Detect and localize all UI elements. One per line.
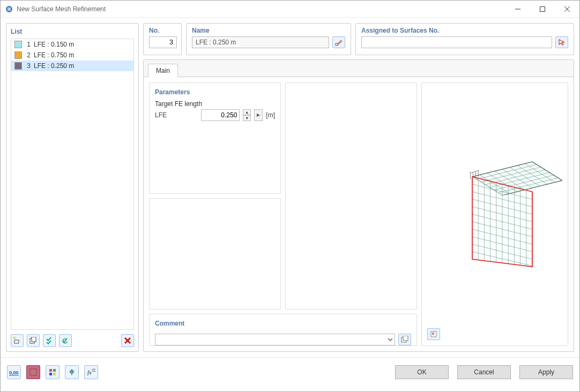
color-settings-button[interactable] xyxy=(46,365,60,379)
svg-rect-64 xyxy=(53,373,56,375)
mesh-preview-icon xyxy=(427,88,562,340)
refresh-check-button[interactable] xyxy=(59,334,72,347)
svg-rect-62 xyxy=(53,369,56,372)
number-input[interactable] xyxy=(149,36,177,48)
assigned-input[interactable] xyxy=(361,36,552,48)
parameters-title: Parameters xyxy=(155,88,275,96)
list-item[interactable]: 3 LFE : 0.250 m xyxy=(11,61,133,71)
svg-text:0,00: 0,00 xyxy=(9,370,19,375)
preview-panel xyxy=(421,82,568,346)
svg-rect-60 xyxy=(30,369,36,375)
step-down-icon[interactable]: ▼ xyxy=(243,115,251,121)
check-button[interactable] xyxy=(43,334,56,347)
svg-rect-10 xyxy=(336,43,338,46)
lfe-stepper[interactable]: ▲▼ xyxy=(243,109,251,121)
svg-rect-55 xyxy=(432,333,434,335)
step-up-icon[interactable]: ▲ xyxy=(243,109,251,115)
svg-rect-61 xyxy=(49,369,52,372)
list-item[interactable]: 2 LFE : 0.750 m xyxy=(11,50,133,61)
name-group: Name xyxy=(186,23,351,55)
window-controls xyxy=(505,1,579,18)
tab-bar: Main xyxy=(144,60,574,77)
preview-options-button[interactable] xyxy=(427,328,440,340)
delete-button[interactable] xyxy=(121,334,134,347)
color-swatch xyxy=(14,51,22,59)
app-icon xyxy=(5,5,13,13)
tab-main[interactable]: Main xyxy=(148,64,178,77)
svg-line-32 xyxy=(469,170,479,173)
parameters-panel: Parameters Target FE length LFE ▲▼ [m] xyxy=(149,82,281,194)
minimize-button[interactable] xyxy=(505,1,530,18)
list-title: List xyxy=(11,28,134,35)
chevron-down-icon xyxy=(388,337,392,342)
comment-library-button[interactable] xyxy=(398,334,411,345)
main-container: Main Parameters Target FE length LFE ▲▼ … xyxy=(143,59,574,352)
formula-button[interactable]: fx xyxy=(84,365,98,379)
apply-button[interactable]: Apply xyxy=(519,365,573,379)
assigned-label: Assigned to Surfaces No. xyxy=(361,27,568,34)
units-button[interactable]: 0,00 xyxy=(7,365,21,379)
name-label: Name xyxy=(192,27,345,34)
lfe-label: LFE xyxy=(155,111,167,119)
copy-button[interactable] xyxy=(27,334,40,347)
material-button[interactable] xyxy=(26,365,40,379)
list-panel: List 1 LFE : 0.150 m 2 LFE : 0.750 m 3 L… xyxy=(6,23,139,352)
new-button[interactable] xyxy=(11,334,24,347)
comment-title: Comment xyxy=(155,320,411,327)
list-toolbar xyxy=(11,334,134,347)
target-fe-length-label: Target FE length xyxy=(155,100,275,108)
svg-rect-7 xyxy=(32,337,36,342)
comment-combobox[interactable] xyxy=(155,334,395,345)
svg-rect-3 xyxy=(540,6,545,11)
name-input[interactable] xyxy=(192,36,329,48)
assigned-group: Assigned to Surfaces No. xyxy=(355,23,574,55)
list-item-label: LFE : 0.150 m xyxy=(34,41,74,48)
cancel-button[interactable]: Cancel xyxy=(457,365,511,379)
list-item-number: 3 xyxy=(25,62,31,70)
list-item-number: 2 xyxy=(25,51,31,59)
window-title: New Surface Mesh Refinement xyxy=(17,5,505,13)
titlebar: New Surface Mesh Refinement xyxy=(1,1,579,18)
lfe-input[interactable] xyxy=(201,109,240,121)
list-item[interactable]: 1 LFE : 0.150 m xyxy=(11,39,133,50)
lfe-unit: [m] xyxy=(266,111,275,119)
svg-rect-1 xyxy=(8,7,11,11)
lfe-menu-button[interactable] xyxy=(254,109,263,121)
ok-button[interactable]: OK xyxy=(395,365,449,379)
close-button[interactable] xyxy=(555,1,579,18)
pick-surfaces-button[interactable] xyxy=(555,36,568,48)
edit-name-button[interactable] xyxy=(332,36,345,48)
svg-rect-57 xyxy=(403,336,408,341)
svg-text:fx: fx xyxy=(87,369,92,375)
display-button[interactable] xyxy=(65,365,79,379)
comment-panel: Comment xyxy=(149,314,417,346)
blank-panel-1 xyxy=(285,82,417,310)
dialog-footer: 0,00 fx OK Cancel Apply xyxy=(1,357,579,386)
list-item-label: LFE : 0.250 m xyxy=(34,62,74,70)
refinement-list[interactable]: 1 LFE : 0.150 m 2 LFE : 0.750 m 3 LFE : … xyxy=(11,39,134,330)
color-swatch xyxy=(14,62,22,70)
blank-panel-2 xyxy=(149,198,281,310)
svg-rect-63 xyxy=(49,373,52,375)
number-label: No. xyxy=(149,27,176,34)
list-item-label: LFE : 0.750 m xyxy=(34,51,74,59)
color-swatch xyxy=(14,41,22,48)
maximize-button[interactable] xyxy=(530,1,555,18)
list-item-number: 1 xyxy=(25,41,31,48)
number-group: No. xyxy=(143,23,182,55)
